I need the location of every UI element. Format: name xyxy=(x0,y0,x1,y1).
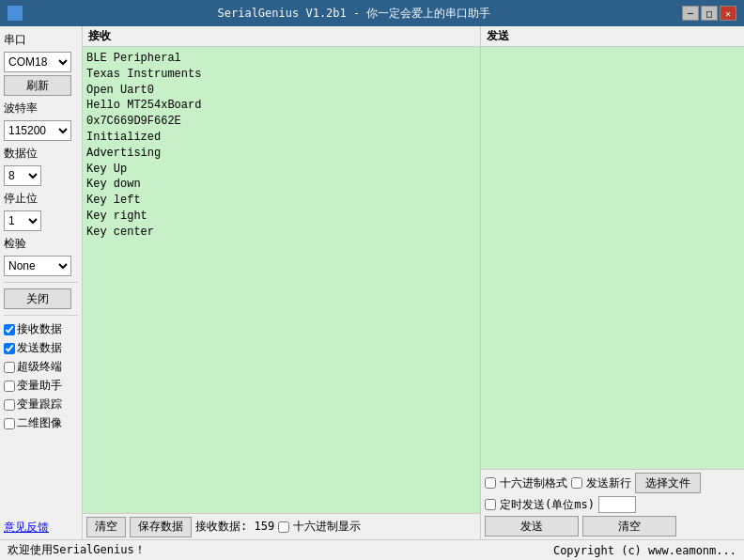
var-trace-row: 变量跟踪 xyxy=(4,397,78,412)
send-header: 发送 xyxy=(481,26,744,47)
open-close-button[interactable]: 关闭 xyxy=(4,288,71,309)
send-options: 十六进制格式 发送新行 选择文件 定时发送(单位ms) 200 发送 清空 xyxy=(481,469,744,539)
send-data-row: 发送数据 xyxy=(4,340,78,356)
status-right: Copyright (c) www.eamonm... xyxy=(553,544,736,557)
var-trace-checkbox[interactable] xyxy=(4,399,15,411)
hex-format-label: 十六进制格式 xyxy=(500,475,567,491)
2d-image-checkbox[interactable] xyxy=(4,418,15,429)
parity-label: 检验 xyxy=(4,236,78,252)
receive-textarea[interactable] xyxy=(83,47,480,513)
send-clear-button[interactable]: 清空 xyxy=(582,516,676,537)
var-trace-label: 变量跟踪 xyxy=(17,397,62,412)
baud-select[interactable]: 115200 xyxy=(4,120,71,141)
send-data-checkbox[interactable] xyxy=(4,343,15,354)
recv-data-label: 接收数据 xyxy=(17,321,62,337)
recv-data-row: 接收数据 xyxy=(4,321,78,337)
app-icon xyxy=(8,6,23,21)
timed-send-checkbox[interactable] xyxy=(485,499,496,510)
divider-1 xyxy=(4,282,78,283)
port-label: 串口 xyxy=(4,32,78,48)
hex-display-checkbox[interactable] xyxy=(278,521,289,533)
receive-panel: 接收 清空 保存数据 接收数据: 159 十六进制显示 xyxy=(83,26,481,539)
super-terminal-row: 超级终端 xyxy=(4,359,78,375)
send-button[interactable]: 发送 xyxy=(485,516,579,537)
send-textarea[interactable] xyxy=(481,47,744,469)
super-terminal-checkbox[interactable] xyxy=(4,362,15,373)
send-newline-label: 发送新行 xyxy=(586,475,631,491)
send-options-row2: 定时发送(单位ms) 200 xyxy=(485,496,740,513)
main-layout: 串口 COM18 刷新 波特率 115200 数据位 8 停止位 1 检验 No… xyxy=(0,26,744,560)
var-helper-label: 变量助手 xyxy=(17,378,62,394)
databits-label: 数据位 xyxy=(4,146,78,162)
titlebar: SerialGenius V1.2b1 - 你一定会爱上的串口助手 ─ □ ✕ xyxy=(0,0,744,26)
window-controls: ─ □ ✕ xyxy=(682,6,736,21)
stopbits-label: 停止位 xyxy=(4,191,78,207)
var-helper-checkbox[interactable] xyxy=(4,381,15,392)
status-left: 欢迎使用SerialGenius！ xyxy=(8,542,146,558)
super-terminal-label: 超级终端 xyxy=(17,359,62,375)
parity-select[interactable]: None xyxy=(4,256,71,276)
var-helper-row: 变量助手 xyxy=(4,378,78,394)
databits-select[interactable]: 8 xyxy=(4,165,41,186)
minimize-button[interactable]: ─ xyxy=(682,6,699,21)
receive-header: 接收 xyxy=(83,26,480,47)
send-newline-checkbox[interactable] xyxy=(571,477,582,489)
sidebar: 串口 COM18 刷新 波特率 115200 数据位 8 停止位 1 检验 No… xyxy=(0,26,83,539)
timed-send-label: 定时发送(单位ms) xyxy=(500,497,595,513)
statusbar: 欢迎使用SerialGenius！ Copyright (c) www.eamo… xyxy=(0,539,744,560)
close-button[interactable]: ✕ xyxy=(720,6,736,21)
2d-image-label: 二维图像 xyxy=(17,415,62,431)
receive-clear-button[interactable]: 清空 xyxy=(86,517,126,537)
receive-bottom-bar: 清空 保存数据 接收数据: 159 十六进制显示 xyxy=(83,513,480,539)
choose-file-button[interactable]: 选择文件 xyxy=(635,473,701,493)
feedback-link[interactable]: 意见反馈 xyxy=(4,516,78,536)
timed-send-input[interactable]: 200 xyxy=(598,496,636,513)
divider-2 xyxy=(4,315,78,316)
2d-image-row: 二维图像 xyxy=(4,415,78,431)
recv-data-checkbox[interactable] xyxy=(4,324,15,335)
save-data-button[interactable]: 保存数据 xyxy=(130,517,192,537)
send-data-label: 发送数据 xyxy=(17,340,62,356)
window-title: SerialGenius V1.2b1 - 你一定会爱上的串口助手 xyxy=(26,6,682,22)
hex-format-checkbox[interactable] xyxy=(485,477,496,489)
stopbits-select[interactable]: 1 xyxy=(4,210,41,231)
content-area: 串口 COM18 刷新 波特率 115200 数据位 8 停止位 1 检验 No… xyxy=(0,26,744,539)
maximize-button[interactable]: □ xyxy=(701,6,718,21)
refresh-button[interactable]: 刷新 xyxy=(4,75,71,96)
hex-display-label: 十六进制显示 xyxy=(293,519,361,535)
send-options-row1: 十六进制格式 发送新行 选择文件 xyxy=(485,473,740,493)
send-buttons-row: 发送 清空 xyxy=(485,516,740,537)
baud-label: 波特率 xyxy=(4,101,78,117)
recv-count-label: 接收数据: 159 xyxy=(195,519,274,535)
send-panel: 发送 十六进制格式 发送新行 选择文件 定时发送(单位ms) 200 发送 xyxy=(481,26,744,539)
port-select[interactable]: COM18 xyxy=(4,52,71,72)
